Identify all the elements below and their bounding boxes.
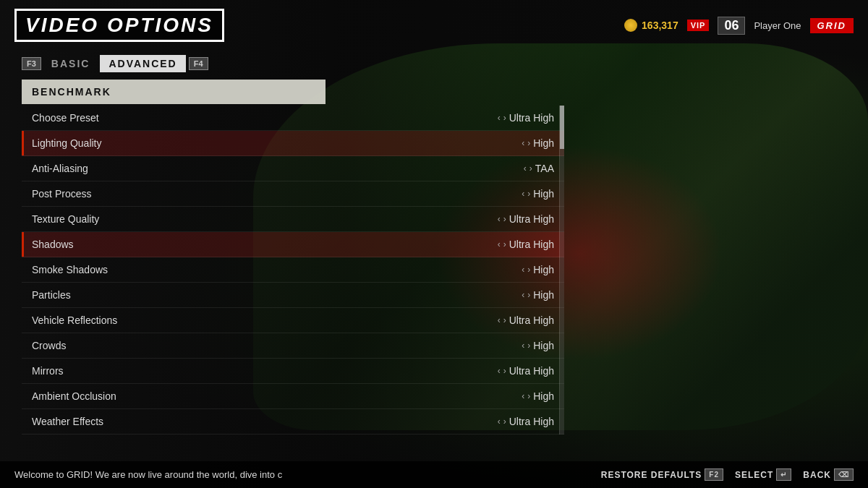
restore-defaults-button[interactable]: RESTORE DEFAULTS F2 xyxy=(601,468,723,481)
settings-item[interactable]: Crowds‹›High xyxy=(22,333,564,359)
settings-item[interactable]: Weather Effects‹›Ultra High xyxy=(22,409,564,435)
setting-name: Post Process xyxy=(32,188,91,200)
select-label: SELECT xyxy=(735,470,773,480)
footer: Welcome to GRID! We are now live around … xyxy=(0,461,868,488)
arrow-right-icon[interactable]: › xyxy=(527,391,530,401)
settings-item[interactable]: Lighting Quality‹›High xyxy=(22,131,564,156)
back-button[interactable]: BACK ⌫ xyxy=(803,468,854,481)
setting-value: ‹›Ultra High xyxy=(498,314,554,326)
arrow-left-icon[interactable]: ‹ xyxy=(522,341,524,351)
setting-value-text: Ultra High xyxy=(509,112,554,124)
arrow-right-icon[interactable]: › xyxy=(503,416,506,427)
arrow-left-icon[interactable]: ‹ xyxy=(498,366,501,376)
arrow-right-icon[interactable]: › xyxy=(529,163,532,174)
restore-key: F2 xyxy=(705,468,723,481)
setting-name: Choose Preset xyxy=(32,112,99,124)
arrow-right-icon[interactable]: › xyxy=(503,315,506,325)
setting-value-text: High xyxy=(533,188,554,200)
arrow-right-icon[interactable]: › xyxy=(527,265,530,275)
setting-name: Weather Effects xyxy=(32,416,103,427)
setting-name: Shadows xyxy=(32,239,74,250)
tab-key-f3[interactable]: F3 xyxy=(22,57,41,70)
currency-amount: 163,317 xyxy=(642,20,678,31)
page-title: VIDEO OPTIONS xyxy=(25,14,213,36)
coin-icon xyxy=(624,19,637,32)
setting-name: Vehicle Reflections xyxy=(32,314,117,326)
benchmark-row[interactable]: BENCHMARK xyxy=(22,80,326,104)
tab-basic[interactable]: BASIC xyxy=(44,55,98,72)
select-key: ↵ xyxy=(776,468,791,481)
arrow-right-icon[interactable]: › xyxy=(527,189,530,199)
setting-value: ‹›High xyxy=(522,137,554,149)
settings-item[interactable]: Ambient Occlusion‹›High xyxy=(22,384,564,409)
restore-label: RESTORE DEFAULTS xyxy=(601,470,702,480)
arrow-left-icon[interactable]: ‹ xyxy=(522,138,524,148)
arrow-left-icon[interactable]: ‹ xyxy=(522,189,524,199)
scrollbar[interactable] xyxy=(560,106,564,435)
setting-value-text: Ultra High xyxy=(509,416,554,427)
settings-item[interactable]: Particles‹›High xyxy=(22,283,564,308)
setting-name: Crowds xyxy=(32,340,66,351)
setting-value: ‹›TAA xyxy=(524,163,554,174)
settings-item[interactable]: Shadows‹›Ultra High xyxy=(22,232,564,257)
settings-list: Choose Preset‹›Ultra HighLighting Qualit… xyxy=(22,106,564,435)
arrow-left-icon[interactable]: ‹ xyxy=(498,239,501,249)
footer-scroll-text: Welcome to GRID! We are now live around … xyxy=(14,469,282,480)
arrow-left-icon[interactable]: ‹ xyxy=(522,290,524,300)
setting-name: Lighting Quality xyxy=(32,137,102,149)
scrollbar-thumb[interactable] xyxy=(560,106,564,149)
settings-item[interactable]: Choose Preset‹›Ultra High xyxy=(22,106,564,131)
footer-actions: RESTORE DEFAULTS F2 SELECT ↵ BACK ⌫ xyxy=(601,468,854,481)
tab-key-f4[interactable]: F4 xyxy=(189,57,208,70)
game-logo: GRID xyxy=(810,18,854,33)
tab-advanced[interactable]: ADVANCED xyxy=(100,55,185,72)
settings-item[interactable]: Texture Quality‹›Ultra High xyxy=(22,207,564,232)
arrow-right-icon[interactable]: › xyxy=(527,138,530,148)
setting-value: ‹›Ultra High xyxy=(498,112,554,124)
setting-value: ‹›Ultra High xyxy=(498,416,554,427)
setting-name: Anti-Aliasing xyxy=(32,163,88,174)
arrow-right-icon[interactable]: › xyxy=(503,366,506,376)
setting-name: Ambient Occlusion xyxy=(32,390,116,402)
setting-value-text: Ultra High xyxy=(509,213,554,225)
setting-name: Texture Quality xyxy=(32,213,99,225)
arrow-left-icon[interactable]: ‹ xyxy=(498,416,501,427)
settings-item[interactable]: Vehicle Reflections‹›Ultra High xyxy=(22,308,564,333)
arrow-left-icon[interactable]: ‹ xyxy=(522,391,524,401)
select-button[interactable]: SELECT ↵ xyxy=(735,468,791,481)
arrow-left-icon[interactable]: ‹ xyxy=(498,214,501,224)
arrow-right-icon[interactable]: › xyxy=(503,239,506,249)
player-name: Player One xyxy=(754,20,801,31)
setting-value: ‹›High xyxy=(522,188,554,200)
setting-value-text: High xyxy=(533,340,554,351)
arrow-right-icon[interactable]: › xyxy=(503,214,506,224)
arrow-right-icon[interactable]: › xyxy=(503,113,506,123)
settings-item[interactable]: Smoke Shadows‹›High xyxy=(22,257,564,283)
setting-value-text: High xyxy=(533,390,554,402)
settings-item[interactable]: Mirrors‹›Ultra High xyxy=(22,359,564,384)
setting-value: ‹›High xyxy=(522,264,554,275)
arrow-left-icon[interactable]: ‹ xyxy=(498,113,501,123)
settings-item[interactable]: Post Process‹›High xyxy=(22,181,564,207)
level-badge: 06 xyxy=(718,17,745,35)
arrow-left-icon[interactable]: ‹ xyxy=(522,265,524,275)
arrow-right-icon[interactable]: › xyxy=(527,341,530,351)
arrow-right-icon[interactable]: › xyxy=(527,290,530,300)
title-box: VIDEO OPTIONS xyxy=(14,9,224,42)
setting-value-text: Ultra High xyxy=(509,314,554,326)
settings-item[interactable]: Anti-Aliasing‹›TAA xyxy=(22,156,564,181)
setting-value-text: High xyxy=(533,137,554,149)
setting-name: Mirrors xyxy=(32,365,64,377)
setting-value-text: TAA xyxy=(535,163,554,174)
setting-name: Particles xyxy=(32,289,71,301)
setting-value-text: Ultra High xyxy=(509,365,554,377)
setting-value: ‹›High xyxy=(522,340,554,351)
setting-value-text: Ultra High xyxy=(509,239,554,250)
back-label: BACK xyxy=(803,470,831,480)
setting-value: ‹›Ultra High xyxy=(498,213,554,225)
setting-value: ‹›Ultra High xyxy=(498,365,554,377)
arrow-left-icon[interactable]: ‹ xyxy=(498,315,501,325)
tabs-bar: F3 BASIC ADVANCED F4 xyxy=(0,48,868,80)
arrow-left-icon[interactable]: ‹ xyxy=(524,163,527,174)
vip-badge: VIP xyxy=(687,20,710,31)
